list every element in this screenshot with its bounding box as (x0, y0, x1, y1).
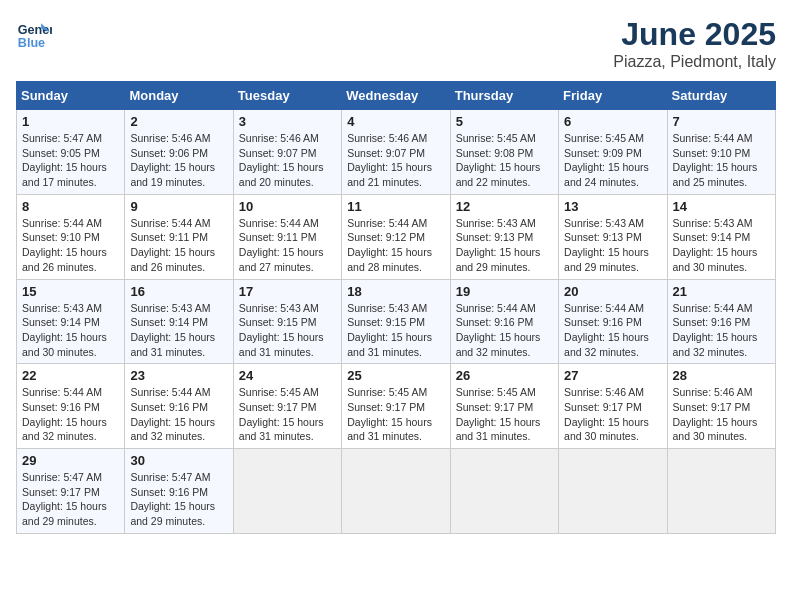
day-detail: Sunrise: 5:45 AMSunset: 9:09 PMDaylight:… (564, 131, 661, 190)
header-day: Wednesday (342, 82, 450, 110)
day-detail: Sunrise: 5:43 AMSunset: 9:14 PMDaylight:… (673, 216, 770, 275)
day-number: 2 (130, 114, 227, 129)
day-number: 6 (564, 114, 661, 129)
calendar-cell: 30Sunrise: 5:47 AMSunset: 9:16 PMDayligh… (125, 449, 233, 534)
day-number: 9 (130, 199, 227, 214)
day-number: 20 (564, 284, 661, 299)
day-detail: Sunrise: 5:43 AMSunset: 9:15 PMDaylight:… (347, 301, 444, 360)
day-detail: Sunrise: 5:47 AMSunset: 9:05 PMDaylight:… (22, 131, 119, 190)
svg-text:Blue: Blue (18, 36, 45, 50)
calendar-cell (450, 449, 558, 534)
calendar-cell: 10Sunrise: 5:44 AMSunset: 9:11 PMDayligh… (233, 194, 341, 279)
calendar-title: June 2025 (613, 16, 776, 53)
calendar-cell: 5Sunrise: 5:45 AMSunset: 9:08 PMDaylight… (450, 110, 558, 195)
day-number: 7 (673, 114, 770, 129)
calendar-cell: 15Sunrise: 5:43 AMSunset: 9:14 PMDayligh… (17, 279, 125, 364)
day-detail: Sunrise: 5:45 AMSunset: 9:17 PMDaylight:… (239, 385, 336, 444)
day-number: 23 (130, 368, 227, 383)
calendar-cell (667, 449, 775, 534)
day-number: 4 (347, 114, 444, 129)
day-detail: Sunrise: 5:44 AMSunset: 9:16 PMDaylight:… (564, 301, 661, 360)
day-number: 29 (22, 453, 119, 468)
header-day: Tuesday (233, 82, 341, 110)
calendar-cell: 3Sunrise: 5:46 AMSunset: 9:07 PMDaylight… (233, 110, 341, 195)
calendar-cell: 6Sunrise: 5:45 AMSunset: 9:09 PMDaylight… (559, 110, 667, 195)
calendar-cell: 1Sunrise: 5:47 AMSunset: 9:05 PMDaylight… (17, 110, 125, 195)
day-number: 26 (456, 368, 553, 383)
day-detail: Sunrise: 5:45 AMSunset: 9:17 PMDaylight:… (456, 385, 553, 444)
day-number: 22 (22, 368, 119, 383)
calendar-table: SundayMondayTuesdayWednesdayThursdayFrid… (16, 81, 776, 534)
day-detail: Sunrise: 5:44 AMSunset: 9:10 PMDaylight:… (22, 216, 119, 275)
day-number: 10 (239, 199, 336, 214)
calendar-cell (559, 449, 667, 534)
day-detail: Sunrise: 5:44 AMSunset: 9:11 PMDaylight:… (130, 216, 227, 275)
day-detail: Sunrise: 5:47 AMSunset: 9:16 PMDaylight:… (130, 470, 227, 529)
day-number: 15 (22, 284, 119, 299)
calendar-cell (233, 449, 341, 534)
day-detail: Sunrise: 5:44 AMSunset: 9:11 PMDaylight:… (239, 216, 336, 275)
day-number: 1 (22, 114, 119, 129)
header-day: Saturday (667, 82, 775, 110)
day-detail: Sunrise: 5:44 AMSunset: 9:16 PMDaylight:… (130, 385, 227, 444)
day-detail: Sunrise: 5:43 AMSunset: 9:15 PMDaylight:… (239, 301, 336, 360)
day-detail: Sunrise: 5:44 AMSunset: 9:10 PMDaylight:… (673, 131, 770, 190)
day-number: 28 (673, 368, 770, 383)
day-number: 30 (130, 453, 227, 468)
calendar-week-row: 15Sunrise: 5:43 AMSunset: 9:14 PMDayligh… (17, 279, 776, 364)
day-number: 16 (130, 284, 227, 299)
calendar-cell: 17Sunrise: 5:43 AMSunset: 9:15 PMDayligh… (233, 279, 341, 364)
day-detail: Sunrise: 5:46 AMSunset: 9:07 PMDaylight:… (347, 131, 444, 190)
calendar-cell: 9Sunrise: 5:44 AMSunset: 9:11 PMDaylight… (125, 194, 233, 279)
calendar-cell (342, 449, 450, 534)
calendar-cell: 25Sunrise: 5:45 AMSunset: 9:17 PMDayligh… (342, 364, 450, 449)
day-number: 18 (347, 284, 444, 299)
calendar-cell: 16Sunrise: 5:43 AMSunset: 9:14 PMDayligh… (125, 279, 233, 364)
day-number: 25 (347, 368, 444, 383)
day-detail: Sunrise: 5:46 AMSunset: 9:17 PMDaylight:… (673, 385, 770, 444)
header-day: Thursday (450, 82, 558, 110)
calendar-cell: 8Sunrise: 5:44 AMSunset: 9:10 PMDaylight… (17, 194, 125, 279)
calendar-cell: 2Sunrise: 5:46 AMSunset: 9:06 PMDaylight… (125, 110, 233, 195)
header: General Blue June 2025 Piazza, Piedmont,… (16, 16, 776, 71)
logo: General Blue (16, 16, 52, 52)
day-detail: Sunrise: 5:47 AMSunset: 9:17 PMDaylight:… (22, 470, 119, 529)
header-day: Monday (125, 82, 233, 110)
calendar-cell: 13Sunrise: 5:43 AMSunset: 9:13 PMDayligh… (559, 194, 667, 279)
calendar-week-row: 8Sunrise: 5:44 AMSunset: 9:10 PMDaylight… (17, 194, 776, 279)
day-number: 27 (564, 368, 661, 383)
calendar-cell: 4Sunrise: 5:46 AMSunset: 9:07 PMDaylight… (342, 110, 450, 195)
day-number: 14 (673, 199, 770, 214)
day-detail: Sunrise: 5:44 AMSunset: 9:16 PMDaylight:… (22, 385, 119, 444)
day-detail: Sunrise: 5:44 AMSunset: 9:16 PMDaylight:… (673, 301, 770, 360)
header-day: Sunday (17, 82, 125, 110)
calendar-cell: 24Sunrise: 5:45 AMSunset: 9:17 PMDayligh… (233, 364, 341, 449)
calendar-week-row: 29Sunrise: 5:47 AMSunset: 9:17 PMDayligh… (17, 449, 776, 534)
day-detail: Sunrise: 5:46 AMSunset: 9:06 PMDaylight:… (130, 131, 227, 190)
calendar-cell: 7Sunrise: 5:44 AMSunset: 9:10 PMDaylight… (667, 110, 775, 195)
header-day: Friday (559, 82, 667, 110)
day-detail: Sunrise: 5:43 AMSunset: 9:14 PMDaylight:… (130, 301, 227, 360)
day-detail: Sunrise: 5:43 AMSunset: 9:14 PMDaylight:… (22, 301, 119, 360)
day-number: 11 (347, 199, 444, 214)
calendar-cell: 12Sunrise: 5:43 AMSunset: 9:13 PMDayligh… (450, 194, 558, 279)
day-number: 12 (456, 199, 553, 214)
day-number: 19 (456, 284, 553, 299)
calendar-cell: 27Sunrise: 5:46 AMSunset: 9:17 PMDayligh… (559, 364, 667, 449)
day-detail: Sunrise: 5:44 AMSunset: 9:12 PMDaylight:… (347, 216, 444, 275)
calendar-cell: 26Sunrise: 5:45 AMSunset: 9:17 PMDayligh… (450, 364, 558, 449)
logo-icon: General Blue (16, 16, 52, 52)
calendar-cell: 11Sunrise: 5:44 AMSunset: 9:12 PMDayligh… (342, 194, 450, 279)
calendar-cell: 22Sunrise: 5:44 AMSunset: 9:16 PMDayligh… (17, 364, 125, 449)
calendar-week-row: 22Sunrise: 5:44 AMSunset: 9:16 PMDayligh… (17, 364, 776, 449)
day-number: 17 (239, 284, 336, 299)
calendar-week-row: 1Sunrise: 5:47 AMSunset: 9:05 PMDaylight… (17, 110, 776, 195)
day-number: 13 (564, 199, 661, 214)
calendar-cell: 19Sunrise: 5:44 AMSunset: 9:16 PMDayligh… (450, 279, 558, 364)
calendar-cell: 14Sunrise: 5:43 AMSunset: 9:14 PMDayligh… (667, 194, 775, 279)
day-detail: Sunrise: 5:43 AMSunset: 9:13 PMDaylight:… (456, 216, 553, 275)
calendar-cell: 29Sunrise: 5:47 AMSunset: 9:17 PMDayligh… (17, 449, 125, 534)
day-detail: Sunrise: 5:44 AMSunset: 9:16 PMDaylight:… (456, 301, 553, 360)
title-area: June 2025 Piazza, Piedmont, Italy (613, 16, 776, 71)
day-detail: Sunrise: 5:45 AMSunset: 9:08 PMDaylight:… (456, 131, 553, 190)
